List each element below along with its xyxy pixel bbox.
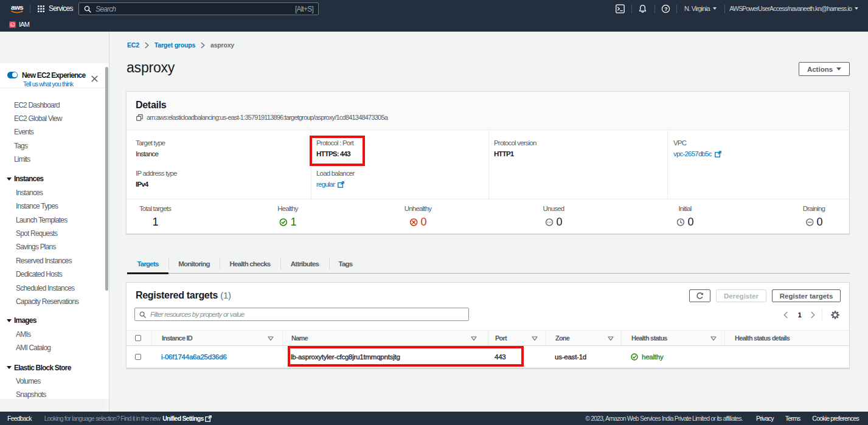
sidebar-item-savings-plans[interactable]: Savings Plans	[0, 240, 109, 254]
sidebar-section-instances[interactable]: Instances	[0, 172, 109, 185]
filter-input[interactable]: Filter resources by property or value	[134, 308, 469, 321]
sidebar-menu: EC2 Dashboard EC2 Global View Events Tag…	[0, 88, 109, 399]
sidebar-item-spot-requests[interactable]: Spot Requests	[0, 227, 109, 240]
sidebar-item-ec2-dashboard[interactable]: EC2 Dashboard	[0, 98, 109, 112]
column-header-port[interactable]: Port	[488, 331, 546, 345]
notifications-button[interactable]	[638, 0, 647, 17]
column-header-health-status-details[interactable]: Health status details	[724, 331, 849, 345]
search-icon	[84, 5, 91, 13]
select-all-checkbox[interactable]	[135, 335, 141, 341]
sidebar-section-images[interactable]: Images	[0, 314, 109, 327]
sidebar-item-events[interactable]: Events	[0, 125, 109, 139]
sidebar-item-instance-types[interactable]: Instance Types	[0, 199, 109, 213]
favorite-iam[interactable]: IAM	[9, 17, 29, 32]
sort-caret-icon[interactable]	[608, 336, 614, 341]
sidebar-item-dedicated-hosts[interactable]: Dedicated Hosts	[0, 268, 109, 281]
sidebar-item-snapshots[interactable]: Snapshots	[0, 388, 109, 399]
close-icon[interactable]	[91, 75, 98, 82]
tab-targets[interactable]: Targets	[127, 254, 168, 274]
sidebar-item-instances[interactable]: Instances	[0, 186, 109, 199]
banner-title: New EC2 Experience	[22, 71, 85, 80]
register-targets-button[interactable]: Register targets	[772, 289, 841, 302]
details-column-4: VPC vpc-2657db5c	[667, 130, 849, 199]
check-circle-icon	[631, 353, 638, 361]
copyright-text: © 2023, Amazon Web Services India Privat…	[585, 415, 743, 422]
breadcrumb-chevron-icon	[144, 42, 150, 49]
tab-attributes[interactable]: Attributes	[280, 254, 329, 274]
health-status-text: healthy	[642, 353, 663, 361]
vpc-link[interactable]: vpc-2657db5c	[673, 150, 712, 158]
cookie-preferences-link[interactable]: Cookie preferences	[812, 415, 859, 422]
breadcrumb-ec2[interactable]: EC2	[127, 41, 139, 49]
topbar-divider	[724, 4, 725, 13]
aws-logo[interactable]: aws	[9, 3, 28, 15]
sidebar-item-ec2-global-view[interactable]: EC2 Global View	[0, 112, 109, 125]
details-heading: Details	[136, 100, 166, 111]
column-header-zone[interactable]: Zone	[546, 331, 621, 345]
settings-gear-button[interactable]	[831, 311, 839, 319]
page-number[interactable]: 1	[797, 311, 801, 319]
column-header-name[interactable]: Name	[282, 331, 488, 345]
pagination: 1	[779, 308, 839, 322]
sort-caret-icon[interactable]	[710, 336, 717, 341]
deregister-button[interactable]: Deregister	[716, 289, 766, 302]
refresh-button[interactable]	[689, 289, 710, 302]
privacy-link[interactable]: Privacy	[756, 415, 774, 422]
topbar-divider	[654, 4, 655, 13]
feedback-link[interactable]: Feedback	[7, 415, 32, 422]
breadcrumb-target-groups[interactable]: Target groups	[155, 41, 195, 49]
details-column-3: Protocol version HTTP1	[488, 130, 667, 199]
sidebar-item-launch-templates[interactable]: Launch Templates	[0, 213, 109, 227]
breadcrumb: EC2 Target groups asproxy	[127, 41, 234, 49]
load-balancer-link[interactable]: regular	[316, 180, 335, 188]
unified-settings-link[interactable]: Unified Settings	[162, 415, 203, 422]
breadcrumb-current: asproxy	[210, 41, 234, 49]
sidebar-item-scheduled-instances[interactable]: Scheduled Instances	[0, 282, 109, 295]
footer-language-text: Looking for language selection? Find it …	[44, 415, 161, 422]
tab-tags[interactable]: Tags	[329, 254, 362, 274]
next-page-button[interactable]	[810, 311, 816, 319]
actions-button[interactable]: Actions	[799, 62, 850, 76]
sidebar-item-reserved-instances[interactable]: Reserved Instances	[0, 254, 109, 268]
previous-page-button[interactable]	[783, 311, 788, 319]
sidebar-item-tags[interactable]: Tags	[0, 139, 109, 153]
arn-row: arn:aws:elasticloadbalancing:us-east-1:3…	[136, 114, 387, 121]
topbar-primary-row: aws Services	[0, 0, 868, 17]
services-menu[interactable]: Services	[38, 0, 73, 17]
copy-icon[interactable]	[136, 114, 143, 121]
instance-id-link[interactable]: i-06f1744a6a25d36d6	[161, 353, 227, 361]
column-header-health-status[interactable]: Health status	[621, 331, 724, 345]
external-link-icon	[715, 151, 721, 157]
sidebar-item-volumes[interactable]: Volumes	[0, 375, 109, 388]
terms-link[interactable]: Terms	[785, 415, 800, 422]
cloudshell-terminal-icon	[616, 4, 625, 13]
cell-zone: us-east-1d	[546, 346, 621, 367]
sort-caret-icon[interactable]	[532, 336, 538, 341]
search-icon	[139, 311, 146, 318]
region-selector[interactable]: N. Virginia	[684, 0, 717, 17]
services-grid-icon	[38, 5, 44, 12]
row-checkbox[interactable]	[135, 354, 141, 360]
sidebar-item-ami-catalog[interactable]: AMI Catalog	[0, 341, 109, 354]
chevron-down-icon	[855, 7, 858, 10]
external-link-icon	[338, 181, 344, 188]
tab-monitoring[interactable]: Monitoring	[168, 254, 220, 274]
new-experience-toggle[interactable]	[7, 72, 18, 78]
sort-caret-icon[interactable]	[268, 336, 274, 341]
sidebar-scrollbar-thumb[interactable]	[105, 67, 108, 291]
toggle-knob	[12, 72, 17, 77]
sidebar-section-ebs[interactable]: Elastic Block Store	[0, 361, 109, 375]
load-balancer-label: Load balancer	[316, 169, 488, 178]
help-button[interactable]: ?	[661, 0, 670, 17]
sidebar-item-amis[interactable]: AMIs	[0, 328, 109, 341]
table-row[interactable]: i-06f1744a6a25d36d6 lb-asproxytyler-cfcg…	[127, 346, 849, 368]
tab-health-checks[interactable]: Health checks	[220, 254, 280, 274]
cloudshell-button[interactable]	[616, 0, 625, 17]
sidebar-item-limits[interactable]: Limits	[0, 153, 109, 166]
sort-caret-icon[interactable]	[471, 336, 477, 341]
banner-feedback-link[interactable]: Tell us what you think	[23, 80, 73, 88]
column-header-instance-id[interactable]: Instance ID	[151, 331, 282, 345]
account-menu[interactable]: AWSPowerUserAccess/navaneeth.kn@harness.…	[729, 0, 858, 17]
global-search-input[interactable]: Search [Alt+S]	[78, 2, 319, 15]
sidebar-item-capacity-reservations[interactable]: Capacity Reservations	[0, 295, 109, 308]
